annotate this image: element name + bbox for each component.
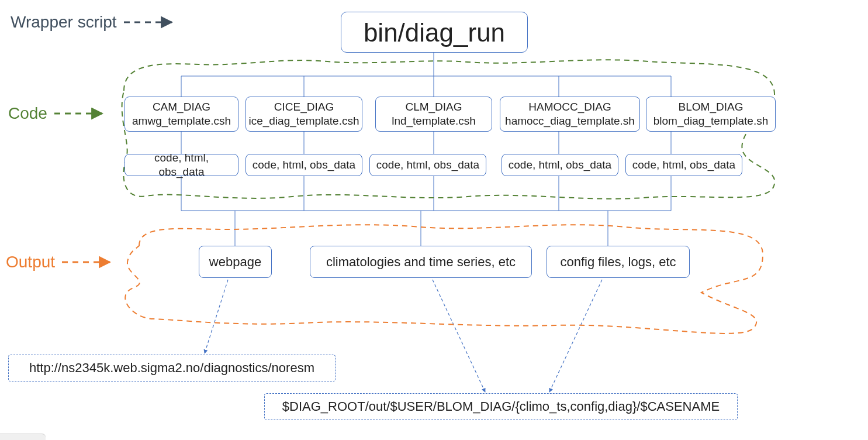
root-box: bin/diag_run bbox=[341, 12, 528, 53]
module-cam: CAM_DIAG amwg_template.csh bbox=[125, 97, 238, 132]
sub-hamocc: code, html, obs_data bbox=[502, 154, 618, 176]
module-blom-line2: blom_diag_template.sh bbox=[653, 114, 768, 128]
output-climo: climatologies and time series, etc bbox=[310, 246, 532, 278]
module-blom-line1: BLOM_DIAG bbox=[653, 100, 768, 114]
svg-line-21 bbox=[205, 280, 228, 353]
sub-cam: code, html, obs_data bbox=[125, 154, 238, 176]
legend-wrapper: Wrapper script bbox=[11, 13, 177, 32]
svg-line-23 bbox=[549, 280, 602, 392]
module-hamocc-line1: HAMOCC_DIAG bbox=[505, 100, 635, 114]
svg-line-22 bbox=[433, 280, 485, 392]
output-config: config files, logs, etc bbox=[547, 246, 690, 278]
module-clm-line1: CLM_DIAG bbox=[392, 100, 476, 114]
module-cice-line2: ice_diag_template.csh bbox=[248, 114, 359, 128]
sub-cice: code, html, obs_data bbox=[245, 154, 362, 176]
target-path: $DIAG_ROOT/out/$USER/BLOM_DIAG/{climo_ts… bbox=[264, 393, 738, 420]
module-cice-line1: CICE_DIAG bbox=[248, 100, 359, 114]
module-hamocc-line2: hamocc_diag_template.sh bbox=[505, 114, 635, 128]
legend-output-text: Output bbox=[6, 253, 55, 271]
legend-wrapper-text: Wrapper script bbox=[11, 13, 117, 32]
module-hamocc: HAMOCC_DIAG hamocc_diag_template.sh bbox=[500, 97, 640, 132]
sub-blom: code, html, obs_data bbox=[625, 154, 742, 176]
module-cice: CICE_DIAG ice_diag_template.csh bbox=[245, 97, 362, 132]
legend-output: Output bbox=[6, 253, 115, 271]
module-clm-line2: lnd_template.csh bbox=[392, 114, 476, 128]
ui-edge-artifact bbox=[0, 434, 46, 440]
target-url: http://ns2345k.web.sigma2.no/diagnostics… bbox=[8, 355, 336, 381]
module-clm: CLM_DIAG lnd_template.csh bbox=[375, 97, 492, 132]
legend-code-text: Code bbox=[8, 104, 47, 123]
legend-code: Code bbox=[8, 104, 107, 123]
sub-clm: code, html, obs_data bbox=[369, 154, 486, 176]
output-webpage: webpage bbox=[199, 246, 272, 278]
module-blom: BLOM_DIAG blom_diag_template.sh bbox=[646, 97, 776, 132]
module-cam-line2: amwg_template.csh bbox=[132, 114, 231, 128]
module-cam-line1: CAM_DIAG bbox=[132, 100, 231, 114]
